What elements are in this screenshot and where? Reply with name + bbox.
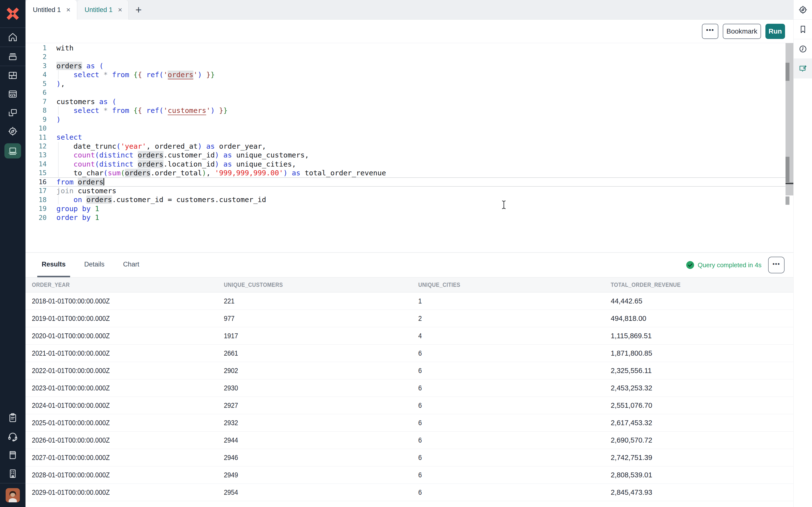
clipboard-icon <box>7 412 18 423</box>
close-icon[interactable]: × <box>66 6 70 13</box>
code-line-13[interactable]: count(distinct orders.customer_id) as un… <box>56 151 785 160</box>
sidebar-item-explore[interactable] <box>0 122 26 140</box>
code-line-3[interactable]: orders as ( <box>56 61 785 70</box>
bookmark-button[interactable]: Bookmark <box>723 24 761 39</box>
line-number: 13 <box>26 151 47 160</box>
line-number: 2 <box>26 52 47 61</box>
table-row[interactable]: 2024-01-01T00:00:00.000Z292762,551,076.7… <box>26 397 793 414</box>
sidebar-item-projects[interactable] <box>0 47 26 66</box>
sidebar-item-bookmark[interactable] <box>794 19 812 39</box>
line-number: 4 <box>26 70 47 79</box>
code-line-9[interactable]: ) <box>56 115 785 124</box>
more-options-button[interactable]: ••• <box>702 24 718 39</box>
avatar-image <box>6 488 20 502</box>
table-cell: 977 <box>217 315 412 323</box>
table-cell: 6 <box>412 488 604 497</box>
toolbar: ••• Bookmark Run <box>26 19 793 43</box>
document-tab-2[interactable]: Untitled 1 × <box>77 0 129 19</box>
table-cell: 2954 <box>217 488 412 497</box>
sidebar-item-code[interactable] <box>0 85 26 103</box>
code-line-7[interactable]: customers as ( <box>56 97 785 106</box>
run-button[interactable]: Run <box>765 24 785 39</box>
code-line-4[interactable]: select * from {{ ref('orders') }} <box>56 70 785 79</box>
sidebar-item-apps[interactable] <box>0 66 26 85</box>
code-line-5[interactable]: ), <box>56 79 785 88</box>
line-number: 10 <box>26 124 47 133</box>
table-row[interactable]: 2025-01-01T00:00:00.000Z293262,617,453.3… <box>26 414 793 432</box>
column-header[interactable]: UNIQUE_CUSTOMERS <box>217 281 412 288</box>
sidebar-item-history[interactable] <box>794 39 812 59</box>
table-cell: 4 <box>412 332 604 340</box>
code-line-16[interactable]: from orders <box>56 178 785 186</box>
table-cell: 2,742,751.39 <box>604 454 793 462</box>
sidebar-item-organization[interactable] <box>0 464 26 483</box>
hex-logo-icon <box>6 7 20 21</box>
sidebar-item-compass[interactable] <box>794 0 812 19</box>
code-line-19[interactable]: group by 1 <box>56 204 785 213</box>
table-cell: 2024-01-01T00:00:00.000Z <box>26 401 217 409</box>
results-more-button[interactable]: ••• <box>768 257 784 273</box>
editor-code[interactable]: withorders as ( select * from {{ ref('or… <box>56 44 785 222</box>
table-row[interactable]: 2029-01-01T00:00:00.000Z295462,845,473.9… <box>26 484 793 501</box>
table-row[interactable]: 2022-01-01T00:00:00.000Z290262,325,556.1… <box>26 362 793 379</box>
results-tab-results[interactable]: Results <box>37 253 70 277</box>
scrollbar-thumb[interactable] <box>785 63 790 81</box>
sidebar-item-terminal-active[interactable] <box>0 140 26 161</box>
code-line-2[interactable] <box>56 52 785 61</box>
column-header[interactable]: UNIQUE_CITIES <box>412 281 604 288</box>
scrollbar-cursor-marker <box>785 183 793 184</box>
line-number: 14 <box>26 160 47 169</box>
sidebar-item-home[interactable] <box>0 28 26 47</box>
ai-chat-sparkle-icon <box>798 64 808 73</box>
table-cell: 6 <box>412 367 604 375</box>
sidebar-item-ai-assistant[interactable] <box>794 59 812 78</box>
user-avatar[interactable] <box>0 484 26 507</box>
results-tab-details[interactable]: Details <box>80 253 109 277</box>
code-line-20[interactable]: order by 1 <box>56 213 785 222</box>
code-line-10[interactable] <box>56 124 785 133</box>
mouse-ibeam-cursor <box>501 200 507 209</box>
new-tab-button[interactable]: + <box>129 0 148 19</box>
table-cell: 1 <box>412 297 604 305</box>
sql-editor[interactable]: 1234567891011121314151617181920 withorde… <box>26 43 785 252</box>
table-row[interactable]: 2030-01-01T00:00:00.000Z287961,841,049.3… <box>26 501 793 507</box>
scrollbar-thumb[interactable] <box>785 157 790 182</box>
table-row[interactable]: 2027-01-01T00:00:00.000Z294662,742,751.3… <box>26 449 793 466</box>
results-tab-chart[interactable]: Chart <box>119 253 144 277</box>
table-row[interactable]: 2023-01-01T00:00:00.000Z293062,453,253.3… <box>26 379 793 397</box>
results-table-body: 2018-01-01T00:00:00.000Z221144,442.65201… <box>26 292 793 507</box>
tab-label: Untitled 1 <box>85 6 112 14</box>
code-line-17[interactable]: join customers <box>56 186 785 195</box>
sidebar-item-support[interactable] <box>0 427 26 446</box>
table-row[interactable]: 2020-01-01T00:00:00.000Z191741,115,869.5… <box>26 327 793 345</box>
code-line-1[interactable]: with <box>56 44 785 52</box>
code-line-8[interactable]: select * from {{ ref('customers') }} <box>56 106 785 115</box>
column-header[interactable]: ORDER_YEAR <box>26 281 217 288</box>
table-cell: 2028-01-01T00:00:00.000Z <box>26 471 217 479</box>
left-sidebar <box>0 0 26 507</box>
bookmark-icon <box>798 24 808 34</box>
column-header[interactable]: TOTAL_ORDER_REVENUE <box>604 281 793 288</box>
code-line-11[interactable]: select <box>56 133 785 142</box>
results-tabs: ResultsDetailsChart <box>26 253 793 277</box>
code-line-12[interactable]: date_trunc('year', ordered_at) as order_… <box>56 142 785 151</box>
code-line-14[interactable]: count(distinct orders.location_id) as un… <box>56 160 785 169</box>
table-row[interactable]: 2018-01-01T00:00:00.000Z221144,442.65 <box>26 292 793 310</box>
table-row[interactable]: 2019-01-01T00:00:00.000Z9772494,818.00 <box>26 310 793 327</box>
table-row[interactable]: 2028-01-01T00:00:00.000Z294962,808,539.0… <box>26 466 793 484</box>
headset-icon <box>7 431 18 442</box>
close-icon[interactable]: × <box>118 6 122 13</box>
app-window: Untitled 1 × Untitled 1 × + ••• Bookmark… <box>0 0 812 507</box>
code-line-18[interactable]: on orders.customer_id = customers.custom… <box>56 195 785 204</box>
table-row[interactable]: 2021-01-01T00:00:00.000Z266161,871,800.8… <box>26 345 793 362</box>
table-row[interactable]: 2026-01-01T00:00:00.000Z294462,690,570.7… <box>26 432 793 449</box>
sidebar-item-clipboard[interactable] <box>0 408 26 427</box>
sidebar-item-sessions[interactable] <box>0 103 26 122</box>
sidebar-item-docs[interactable] <box>0 446 26 464</box>
code-line-15[interactable]: to_char(sum(orders.order_total), '999,99… <box>56 169 785 177</box>
editor-scrollbar[interactable] <box>785 43 793 195</box>
table-cell: 6 <box>412 506 604 507</box>
document-tab-1[interactable]: Untitled 1 × <box>26 0 77 19</box>
code-line-6[interactable] <box>56 88 785 97</box>
hex-logo[interactable] <box>0 0 26 27</box>
